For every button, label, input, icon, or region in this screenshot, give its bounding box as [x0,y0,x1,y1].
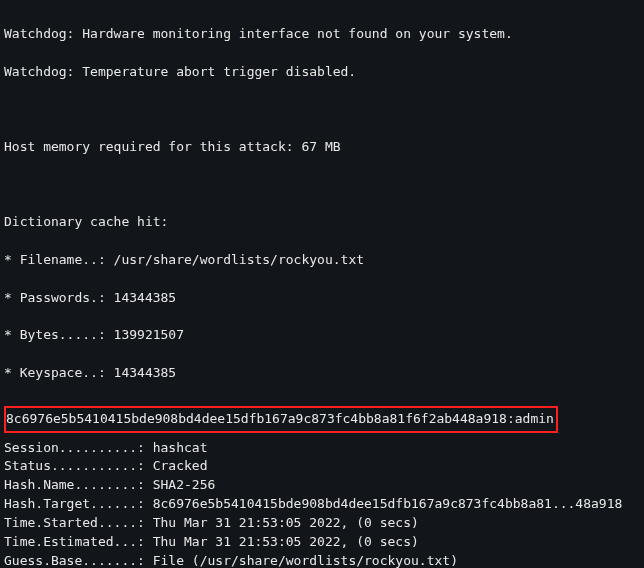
watchdog-line-2: Watchdog: Temperature abort trigger disa… [4,63,640,82]
status-row: Time.Estimated...: Thu Mar 31 21:53:05 2… [4,533,640,552]
dict-keyspace-value: 14344385 [114,365,177,380]
status-row: Session..........: hashcat [4,439,640,458]
status-block: Session..........: hashcatStatus........… [4,439,640,568]
status-label: Time.Estimated...: [4,534,145,549]
status-label: Hash.Name........: [4,477,145,492]
status-value: Thu Mar 31 21:53:05 2022, (0 secs) [153,515,419,530]
status-value: hashcat [153,440,208,455]
status-value: SHA2-256 [153,477,216,492]
dict-cache-header: Dictionary cache hit: [4,213,640,232]
status-label: Hash.Target......: [4,496,145,511]
dict-bytes-value: 139921507 [114,327,184,342]
host-memory-line: Host memory required for this attack: 67… [4,138,640,157]
dict-bytes-row: * Bytes.....: 139921507 [4,326,640,345]
dict-filename-row: * Filename..: /usr/share/wordlists/rocky… [4,251,640,270]
status-value: Cracked [153,458,208,473]
dict-filename-value: /usr/share/wordlists/rockyou.txt [114,252,364,267]
dict-filename-label: * Filename..: [4,252,106,267]
status-value: 8c6976e5b5410415bde908bd4dee15dfb167a9c8… [153,496,623,511]
status-row: Hash.Name........: SHA2-256 [4,476,640,495]
status-row: Guess.Base.......: File (/usr/share/word… [4,552,640,568]
blank-line [4,176,640,195]
dict-bytes-label: * Bytes.....: [4,327,106,342]
dict-passwords-label: * Passwords.: [4,290,106,305]
status-value: File (/usr/share/wordlists/rockyou.txt) [153,553,458,568]
status-row: Status...........: Cracked [4,457,640,476]
watchdog-line-1: Watchdog: Hardware monitoring interface … [4,25,640,44]
cracked-hash-highlight: 8c6976e5b5410415bde908bd4dee15dfb167a9c8… [4,406,558,433]
status-row: Time.Started.....: Thu Mar 31 21:53:05 2… [4,514,640,533]
terminal-output: Watchdog: Hardware monitoring interface … [0,0,644,568]
dict-passwords-row: * Passwords.: 14344385 [4,289,640,308]
cracked-hash-line: 8c6976e5b5410415bde908bd4dee15dfb167a9c8… [6,411,554,426]
dict-keyspace-label: * Keyspace..: [4,365,106,380]
blank-line [4,100,640,119]
status-label: Status...........: [4,458,145,473]
status-value: Thu Mar 31 21:53:05 2022, (0 secs) [153,534,419,549]
status-label: Guess.Base.......: [4,553,145,568]
dict-passwords-value: 14344385 [114,290,177,305]
status-label: Session..........: [4,440,145,455]
status-label: Time.Started.....: [4,515,145,530]
status-row: Hash.Target......: 8c6976e5b5410415bde90… [4,495,640,514]
dict-keyspace-row: * Keyspace..: 14344385 [4,364,640,383]
